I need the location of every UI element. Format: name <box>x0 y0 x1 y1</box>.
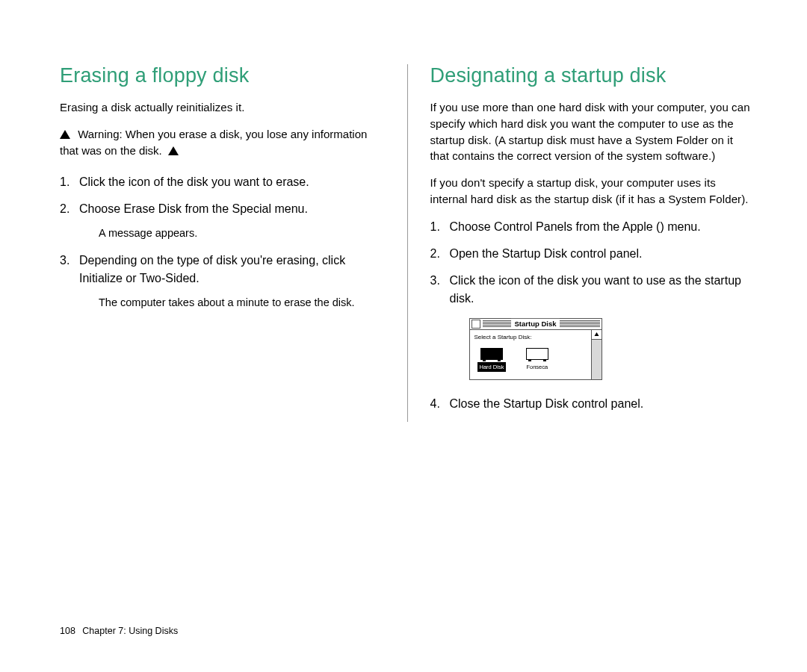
step-note: The computer takes about a minute to era… <box>99 295 385 311</box>
step-item: Depending on the type of disk you're era… <box>60 252 385 311</box>
left-column: Erasing a floppy disk Erasing a disk act… <box>60 64 408 422</box>
step-item: Click the icon of the disk you want to u… <box>430 272 755 380</box>
section-heading-startup: Designating a startup disk <box>430 64 755 87</box>
scrollbar-track <box>592 340 602 379</box>
warning-triangle-icon <box>168 146 179 155</box>
window-body: Select a Startup Disk: Hard Disk <box>470 330 602 379</box>
disk-label: Fonseca <box>524 362 550 372</box>
step-text: Depending on the type of disk you're era… <box>79 254 345 284</box>
close-box-icon <box>471 320 480 329</box>
startup-disk-panel-figure: Startup Disk Select a Startup Disk: <box>469 318 755 380</box>
body-paragraph: If you don't specify a startup disk, you… <box>430 175 755 208</box>
disk-item: Fonseca <box>524 348 550 372</box>
scrollbar <box>591 330 602 379</box>
startup-disk-window: Startup Disk Select a Startup Disk: <box>469 318 602 380</box>
step-note: A message appears. <box>99 225 385 241</box>
window-titlebar: Startup Disk <box>470 319 602 330</box>
body-paragraph: If you use more than one hard disk with … <box>430 99 755 164</box>
step-text-part: ) menu. <box>660 220 700 233</box>
page-number: 108 <box>60 626 75 636</box>
step-item: Close the Startup Disk control panel. <box>430 395 755 413</box>
page-footer: 108 Chapter 7: Using Disks <box>60 626 178 636</box>
panel-prompt: Select a Startup Disk: <box>474 333 587 342</box>
scroll-up-arrow-icon <box>592 330 602 340</box>
manual-page: Erasing a floppy disk Erasing a disk act… <box>0 0 807 672</box>
warning-label: Warning: <box>78 128 122 140</box>
two-column-layout: Erasing a floppy disk Erasing a disk act… <box>60 64 755 422</box>
step-item: Choose Control Panels from the Apple () … <box>430 218 755 236</box>
step-text: Choose Erase Disk from the Special menu. <box>79 202 308 215</box>
step-text-part: Choose Control Panels from the Apple ( <box>450 220 661 233</box>
right-column: Designating a startup disk If you use mo… <box>408 64 755 422</box>
warning-block: Warning: When you erase a disk, you lose… <box>60 126 385 160</box>
disk-icon-row: Hard Disk Fonseca <box>474 346 587 372</box>
window-title: Startup Disk <box>511 318 560 329</box>
intro-text: Erasing a disk actually reinitializes it… <box>60 99 385 116</box>
disk-label: Hard Disk <box>477 362 507 372</box>
section-heading-erasing: Erasing a floppy disk <box>60 64 385 87</box>
window-content: Select a Startup Disk: Hard Disk <box>470 330 591 379</box>
warning-triangle-icon <box>60 130 70 139</box>
step-text: Click the icon of the disk you want to u… <box>450 274 741 305</box>
steps-list-startup: Choose Control Panels from the Apple () … <box>430 218 755 413</box>
chapter-label: Chapter 7: Using Disks <box>82 626 178 636</box>
steps-list-erasing: Click the icon of the disk you want to e… <box>60 173 385 311</box>
disk-item-selected: Hard Disk <box>477 348 507 372</box>
step-item: Click the icon of the disk you want to e… <box>60 173 385 191</box>
step-item: Choose Erase Disk from the Special menu.… <box>60 200 385 241</box>
hard-disk-icon <box>526 348 548 360</box>
step-item: Open the Startup Disk control panel. <box>430 245 755 263</box>
svg-marker-0 <box>594 332 599 336</box>
hard-disk-icon <box>480 348 503 360</box>
